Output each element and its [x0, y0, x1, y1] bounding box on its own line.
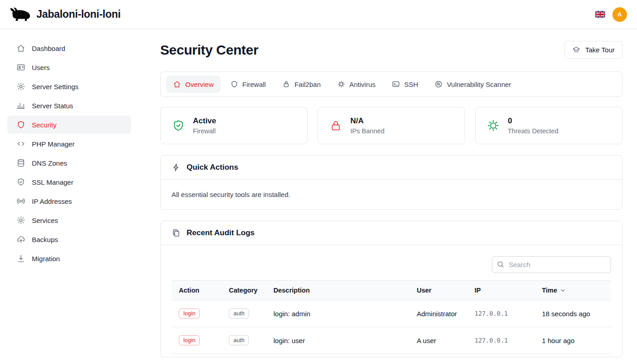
stat-value: 0 — [508, 116, 558, 126]
time-cell: 1 hour ago — [535, 327, 611, 354]
user-avatar[interactable]: A — [612, 7, 627, 22]
shield-icon — [230, 80, 238, 88]
tab-label: Antivirus — [349, 81, 376, 88]
tab-firewall[interactable]: Firewall — [223, 76, 273, 93]
column-header-category[interactable]: Category — [222, 281, 266, 300]
sidebar-item-label: Dashboard — [32, 45, 65, 52]
tab-fail2ban[interactable]: Fail2ban — [275, 76, 328, 93]
security-tabs: Overview Firewall Fail2ban Antivirus SSH… — [160, 71, 622, 97]
ip-cell: 127.0.0.1 — [467, 300, 535, 327]
shield-icon — [16, 120, 25, 129]
sidebar-item-server-settings[interactable]: Server Settings — [7, 77, 131, 96]
sidebar-item-label: Migration — [32, 255, 60, 263]
scanner-icon — [435, 80, 443, 88]
column-header-time-label: Time — [542, 287, 557, 294]
clipboard-copy-icon — [172, 228, 181, 238]
table-header-row: Action Category Description User IP Time — [172, 281, 611, 300]
user-cell: A user — [410, 327, 467, 354]
user-cell: Administrator — [410, 300, 467, 327]
bull-logo-icon — [10, 7, 31, 22]
broadcast-icon — [16, 197, 25, 206]
description-cell: login: admin — [266, 300, 410, 327]
category-badge: auth — [229, 335, 249, 345]
sidebar-item-ip-addresses[interactable]: IP Addresses — [7, 192, 131, 210]
virus-icon — [486, 119, 500, 132]
sidebar-item-label: Server Status — [32, 102, 73, 110]
shield-check-icon — [172, 119, 185, 132]
sidebar-item-ssl-manager[interactable]: SSL Manager — [7, 173, 131, 191]
home-icon — [173, 80, 181, 88]
column-header-user[interactable]: User — [410, 281, 467, 300]
stat-label: Threats Detected — [508, 127, 558, 135]
column-header-action[interactable]: Action — [172, 281, 222, 300]
column-header-description[interactable]: Description — [266, 281, 410, 300]
sidebar-item-server-status[interactable]: Server Status — [7, 96, 131, 115]
sidebar-item-label: Backups — [32, 236, 58, 243]
category-badge: auth — [229, 308, 249, 318]
lock-icon — [282, 80, 290, 88]
graduation-cap-icon — [572, 46, 581, 54]
shield-check-icon — [16, 177, 25, 187]
stat-card-threats: 0 Threats Detected — [475, 107, 622, 144]
audit-logs-card: Recent Audit Logs Action — [160, 221, 622, 357]
lightning-icon — [172, 163, 181, 172]
cloud-upload-icon — [16, 235, 25, 244]
take-tour-button[interactable]: Take Tour — [564, 41, 622, 59]
sidebar-item-security[interactable]: Security — [7, 116, 131, 134]
tab-label: Vulnerability Scanner — [447, 81, 511, 88]
quick-actions-message: All essential security tools are install… — [172, 191, 611, 198]
sidebar-item-services[interactable]: Services — [7, 211, 131, 229]
description-cell: login: user — [266, 327, 410, 354]
action-badge: login — [179, 335, 200, 345]
tab-overview[interactable]: Overview — [166, 76, 221, 93]
stat-label: Firewall — [193, 127, 216, 135]
tab-antivirus[interactable]: Antivirus — [330, 76, 383, 93]
sidebar-item-label: Services — [32, 217, 58, 224]
tab-label: Fail2ban — [294, 81, 321, 88]
take-tour-label: Take Tour — [585, 46, 615, 54]
tab-ssh[interactable]: SSH — [385, 76, 425, 93]
download-icon — [16, 254, 25, 263]
stats-row: Active Firewall N/A IPs Banned 0 Threats… — [160, 107, 622, 144]
search-icon — [496, 260, 505, 268]
stat-label: IPs Banned — [350, 127, 384, 135]
stat-value: Active — [193, 116, 216, 126]
column-header-ip[interactable]: IP — [467, 281, 535, 300]
page-title: Security Center — [160, 42, 258, 58]
gear-icon — [16, 82, 25, 91]
sidebar-item-label: SSL Manager — [32, 178, 73, 186]
sidebar-item-backups[interactable]: Backups — [7, 230, 131, 248]
users-icon — [16, 63, 25, 72]
home-icon — [16, 44, 25, 53]
stat-card-ips-banned: N/A IPs Banned — [318, 107, 465, 144]
search-box — [492, 256, 611, 273]
app-title: Jabaloni-loni-loni — [36, 8, 121, 20]
tab-vulnerability-scanner[interactable]: Vulnerability Scanner — [428, 76, 518, 93]
sidebar-item-label: DNS Zones — [32, 159, 67, 167]
table-row: login auth login: user A user 127.0.0.1 … — [172, 327, 611, 354]
stat-card-firewall: Active Firewall — [160, 107, 308, 144]
sidebar-item-label: Security — [32, 121, 56, 129]
sidebar-item-migration[interactable]: Migration — [7, 249, 131, 268]
sidebar-item-label: Users — [32, 64, 50, 71]
table-row — [172, 354, 611, 357]
brand[interactable]: Jabaloni-loni-loni — [10, 7, 121, 22]
time-cell: 18 seconds ago — [535, 300, 611, 327]
quick-actions-title: Quick Actions — [187, 163, 238, 172]
audit-table: Action Category Description User IP Time — [172, 280, 611, 357]
search-input[interactable] — [492, 256, 611, 273]
top-bar: Jabaloni-loni-loni A — [0, 0, 637, 29]
ip-cell: 127.0.0.1 — [467, 327, 535, 354]
tab-label: SSH — [404, 81, 418, 88]
sidebar-item-dns-zones[interactable]: DNS Zones — [7, 154, 131, 172]
lock-icon — [329, 119, 343, 132]
language-flag-icon[interactable] — [595, 11, 605, 18]
sidebar-item-users[interactable]: Users — [7, 58, 131, 76]
virus-icon — [337, 80, 345, 88]
table-row: login auth login: admin Administrator 12… — [172, 300, 611, 327]
stat-value: N/A — [350, 116, 384, 126]
column-header-time[interactable]: Time — [535, 281, 611, 300]
sidebar-item-php-manager[interactable]: PHP Manager — [7, 135, 131, 153]
sidebar-item-dashboard[interactable]: Dashboard — [7, 39, 131, 57]
quick-actions-card: Quick Actions All essential security too… — [160, 155, 622, 210]
